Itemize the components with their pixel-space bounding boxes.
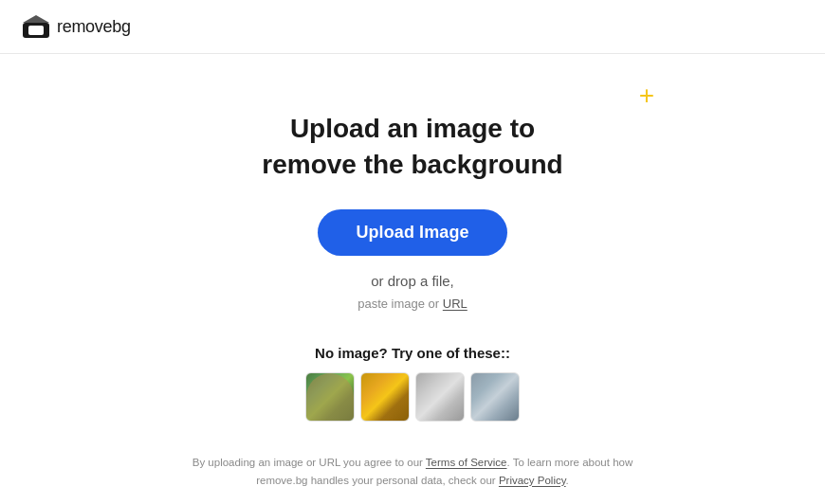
svg-rect-2 <box>28 26 44 35</box>
drop-file-text: or drop a file, <box>371 273 454 289</box>
sample-image-4[interactable] <box>470 372 520 422</box>
logo-bold: remove <box>57 17 112 36</box>
url-link[interactable]: URL <box>443 297 468 311</box>
try-label: No image? Try one of these:: <box>315 345 510 361</box>
upload-image-button[interactable]: Upload Image <box>318 209 506 256</box>
logo: removebg <box>23 15 131 38</box>
footer-text-line2: remove.bg handles your personal data, ch… <box>256 475 499 486</box>
footer: By uploading an image or URL you agree t… <box>0 454 825 489</box>
sample-image-1[interactable] <box>305 372 355 422</box>
paste-url-text: paste image or URL <box>358 297 468 311</box>
plus-decoration-icon: + <box>639 82 654 109</box>
logo-light: bg <box>112 17 130 36</box>
paste-prefix: paste image or <box>358 297 443 311</box>
headline: Upload an image to remove the background <box>262 111 562 183</box>
header: removebg <box>0 0 825 54</box>
footer-text-middle: . To learn more about how <box>507 457 633 468</box>
footer-text-end: . <box>566 475 569 486</box>
terms-of-service-link[interactable]: Terms of Service <box>426 457 507 468</box>
sample-image-2[interactable] <box>360 372 410 422</box>
footer-text-prefix: By uploading an image or URL you agree t… <box>192 457 426 468</box>
logo-text: removebg <box>57 17 131 37</box>
privacy-policy-link[interactable]: Privacy Policy <box>499 475 566 486</box>
try-section: No image? Try one of these:: <box>305 345 520 422</box>
headline-line2: remove the background <box>262 150 562 179</box>
sample-images-row <box>305 372 520 422</box>
headline-line1: Upload an image to <box>290 114 535 143</box>
sample-image-3[interactable] <box>415 372 465 422</box>
main-content: + Upload an image to remove the backgrou… <box>0 54 825 422</box>
logo-icon <box>23 15 49 38</box>
svg-marker-1 <box>23 15 49 23</box>
